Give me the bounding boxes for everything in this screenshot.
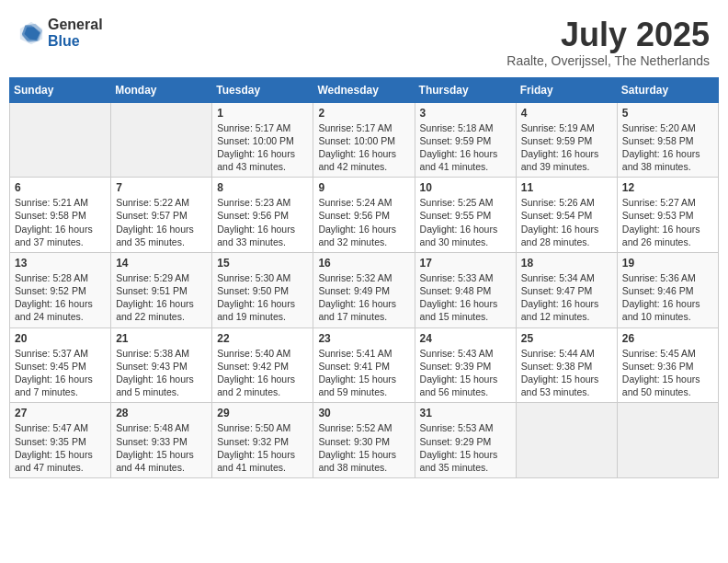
logo-text: General Blue	[48, 17, 103, 49]
cell-content: Sunrise: 5:25 AMSunset: 9:55 PMDaylight:…	[420, 196, 511, 248]
cell-content: Sunrise: 5:32 AMSunset: 9:49 PMDaylight:…	[318, 271, 409, 324]
calendar-cell: 31Sunrise: 5:53 AMSunset: 9:29 PMDayligh…	[415, 403, 516, 478]
cell-content: Sunrise: 5:30 AMSunset: 9:50 PMDaylight:…	[217, 271, 308, 324]
logo-general: General	[48, 17, 103, 33]
day-number: 23	[318, 332, 409, 345]
cell-content: Sunrise: 5:28 AMSunset: 9:52 PMDaylight:…	[15, 271, 106, 324]
day-number: 13	[15, 257, 106, 270]
day-number: 25	[521, 332, 612, 345]
day-number: 6	[15, 181, 106, 194]
title-block: July 2025 Raalte, Overijssel, The Nether…	[506, 17, 710, 68]
day-number: 16	[318, 257, 409, 270]
day-number: 29	[217, 407, 308, 419]
calendar-cell: 22Sunrise: 5:40 AMSunset: 9:42 PMDayligh…	[212, 327, 313, 403]
calendar-cell: 8Sunrise: 5:23 AMSunset: 9:56 PMDaylight…	[212, 178, 313, 253]
calendar-header: SundayMondayTuesdayWednesdayThursdayFrid…	[10, 77, 719, 102]
calendar-cell	[111, 102, 212, 178]
cell-content: Sunrise: 5:17 AMSunset: 10:00 PMDaylight…	[318, 121, 409, 174]
calendar-cell: 23Sunrise: 5:41 AMSunset: 9:41 PMDayligh…	[313, 327, 415, 403]
calendar-cell: 21Sunrise: 5:38 AMSunset: 9:43 PMDayligh…	[111, 327, 212, 403]
cell-content: Sunrise: 5:48 AMSunset: 9:33 PMDaylight:…	[116, 421, 207, 474]
calendar-cell: 27Sunrise: 5:47 AMSunset: 9:35 PMDayligh…	[10, 403, 111, 478]
cell-content: Sunrise: 5:17 AMSunset: 10:00 PMDaylight…	[217, 121, 308, 174]
cell-content: Sunrise: 5:29 AMSunset: 9:51 PMDaylight:…	[116, 271, 207, 324]
calendar-week-5: 27Sunrise: 5:47 AMSunset: 9:35 PMDayligh…	[10, 403, 719, 478]
calendar-cell	[516, 403, 617, 478]
calendar-cell	[10, 102, 111, 178]
day-number: 5	[622, 107, 713, 120]
cell-content: Sunrise: 5:53 AMSunset: 9:29 PMDaylight:…	[420, 421, 511, 474]
calendar-cell: 12Sunrise: 5:27 AMSunset: 9:53 PMDayligh…	[617, 178, 718, 253]
calendar-cell: 24Sunrise: 5:43 AMSunset: 9:39 PMDayligh…	[415, 327, 516, 403]
cell-content: Sunrise: 5:52 AMSunset: 9:30 PMDaylight:…	[318, 421, 409, 474]
calendar-cell: 4Sunrise: 5:19 AMSunset: 9:59 PMDaylight…	[516, 102, 617, 178]
cell-content: Sunrise: 5:19 AMSunset: 9:59 PMDaylight:…	[521, 121, 612, 174]
calendar-body: 1Sunrise: 5:17 AMSunset: 10:00 PMDayligh…	[10, 102, 719, 477]
cell-content: Sunrise: 5:47 AMSunset: 9:35 PMDaylight:…	[15, 421, 106, 474]
day-number: 26	[622, 332, 713, 345]
cell-content: Sunrise: 5:26 AMSunset: 9:54 PMDaylight:…	[521, 196, 612, 248]
day-number: 8	[217, 181, 308, 194]
calendar-cell: 16Sunrise: 5:32 AMSunset: 9:49 PMDayligh…	[313, 252, 415, 327]
cell-content: Sunrise: 5:18 AMSunset: 9:59 PMDaylight:…	[420, 121, 511, 174]
weekday-header-friday: Friday	[516, 77, 617, 102]
calendar-cell: 10Sunrise: 5:25 AMSunset: 9:55 PMDayligh…	[415, 178, 516, 253]
calendar-cell: 6Sunrise: 5:21 AMSunset: 9:58 PMDaylight…	[10, 178, 111, 253]
day-number: 7	[116, 181, 207, 194]
calendar-cell: 20Sunrise: 5:37 AMSunset: 9:45 PMDayligh…	[10, 327, 111, 403]
day-number: 22	[217, 332, 308, 345]
day-number: 18	[521, 257, 612, 270]
calendar-cell: 11Sunrise: 5:26 AMSunset: 9:54 PMDayligh…	[516, 178, 617, 253]
calendar-cell: 7Sunrise: 5:22 AMSunset: 9:57 PMDaylight…	[111, 178, 212, 253]
day-number: 11	[521, 181, 612, 194]
cell-content: Sunrise: 5:23 AMSunset: 9:56 PMDaylight:…	[217, 196, 308, 248]
weekday-header-monday: Monday	[111, 77, 212, 102]
cell-content: Sunrise: 5:38 AMSunset: 9:43 PMDaylight:…	[116, 347, 207, 399]
calendar-cell: 15Sunrise: 5:30 AMSunset: 9:50 PMDayligh…	[212, 252, 313, 327]
page-header: General Blue July 2025 Raalte, Overijsse…	[9, 9, 719, 72]
day-number: 9	[318, 181, 409, 194]
day-number: 30	[318, 407, 409, 419]
logo: General Blue	[18, 17, 103, 49]
cell-content: Sunrise: 5:45 AMSunset: 9:36 PMDaylight:…	[622, 347, 713, 399]
calendar-cell: 5Sunrise: 5:20 AMSunset: 9:58 PMDaylight…	[617, 102, 718, 178]
day-number: 4	[521, 107, 612, 120]
logo-blue: Blue	[48, 33, 103, 50]
cell-content: Sunrise: 5:50 AMSunset: 9:32 PMDaylight:…	[217, 421, 308, 474]
day-number: 2	[318, 107, 409, 120]
day-number: 12	[622, 181, 713, 194]
weekday-header-tuesday: Tuesday	[212, 77, 313, 102]
cell-content: Sunrise: 5:20 AMSunset: 9:58 PMDaylight:…	[622, 121, 713, 174]
calendar-cell: 9Sunrise: 5:24 AMSunset: 9:56 PMDaylight…	[313, 178, 415, 253]
weekday-header-thursday: Thursday	[415, 77, 516, 102]
weekday-row: SundayMondayTuesdayWednesdayThursdayFrid…	[10, 77, 719, 102]
calendar-week-2: 6Sunrise: 5:21 AMSunset: 9:58 PMDaylight…	[10, 178, 719, 253]
calendar-week-3: 13Sunrise: 5:28 AMSunset: 9:52 PMDayligh…	[10, 252, 719, 327]
calendar-cell: 28Sunrise: 5:48 AMSunset: 9:33 PMDayligh…	[111, 403, 212, 478]
cell-content: Sunrise: 5:41 AMSunset: 9:41 PMDaylight:…	[318, 347, 409, 399]
calendar-cell: 17Sunrise: 5:33 AMSunset: 9:48 PMDayligh…	[415, 252, 516, 327]
cell-content: Sunrise: 5:34 AMSunset: 9:47 PMDaylight:…	[521, 271, 612, 324]
day-number: 24	[420, 332, 511, 345]
weekday-header-wednesday: Wednesday	[313, 77, 415, 102]
weekday-header-saturday: Saturday	[617, 77, 718, 102]
day-number: 10	[420, 181, 511, 194]
calendar-cell: 2Sunrise: 5:17 AMSunset: 10:00 PMDayligh…	[313, 102, 415, 178]
calendar-cell: 13Sunrise: 5:28 AMSunset: 9:52 PMDayligh…	[10, 252, 111, 327]
month-title: July 2025	[506, 17, 710, 53]
day-number: 17	[420, 257, 511, 270]
day-number: 3	[420, 107, 511, 120]
calendar-cell: 1Sunrise: 5:17 AMSunset: 10:00 PMDayligh…	[212, 102, 313, 178]
calendar-cell: 14Sunrise: 5:29 AMSunset: 9:51 PMDayligh…	[111, 252, 212, 327]
calendar: SundayMondayTuesdayWednesdayThursdayFrid…	[9, 77, 719, 478]
day-number: 31	[420, 407, 511, 419]
day-number: 28	[116, 407, 207, 419]
cell-content: Sunrise: 5:27 AMSunset: 9:53 PMDaylight:…	[622, 196, 713, 248]
weekday-header-sunday: Sunday	[10, 77, 111, 102]
cell-content: Sunrise: 5:33 AMSunset: 9:48 PMDaylight:…	[420, 271, 511, 324]
calendar-cell: 19Sunrise: 5:36 AMSunset: 9:46 PMDayligh…	[617, 252, 718, 327]
cell-content: Sunrise: 5:44 AMSunset: 9:38 PMDaylight:…	[521, 347, 612, 399]
calendar-week-4: 20Sunrise: 5:37 AMSunset: 9:45 PMDayligh…	[10, 327, 719, 403]
cell-content: Sunrise: 5:36 AMSunset: 9:46 PMDaylight:…	[622, 271, 713, 324]
calendar-week-1: 1Sunrise: 5:17 AMSunset: 10:00 PMDayligh…	[10, 102, 719, 178]
